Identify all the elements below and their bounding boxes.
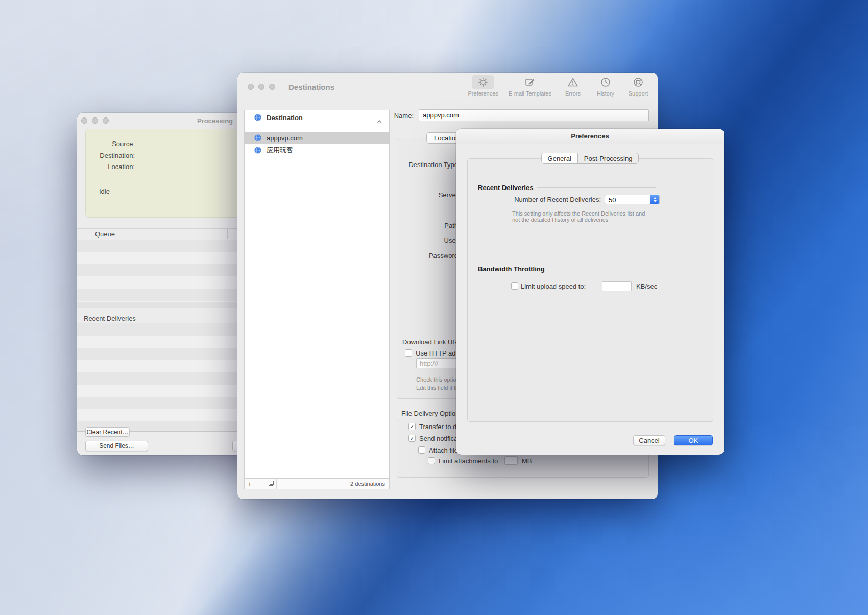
limit-upload-checkbox[interactable] (511, 282, 518, 290)
section-title: Recent Deliveries (478, 184, 533, 192)
grip-icon (79, 304, 85, 306)
recent-count-stepper[interactable]: 50 (605, 195, 660, 204)
mb-label: MB (522, 457, 532, 465)
template-pencil-icon (519, 75, 541, 89)
ok-label: OK (689, 437, 698, 444)
kbsec-label: KB/sec (636, 282, 657, 290)
list-item-label: apppvp.com (267, 134, 303, 142)
source-label: Source: (86, 140, 135, 148)
preferences-tabs: General Post-Processing (541, 153, 639, 164)
cancel-label: Cancel (639, 437, 659, 444)
stepper-value: 50 (609, 196, 616, 204)
destinations-sidebar: Destination apppvp.com (244, 110, 390, 489)
tab-general[interactable]: General (542, 153, 577, 163)
minus-icon: − (258, 480, 262, 488)
recent-help-line1: This setting only affects the Recent Del… (512, 210, 645, 217)
send-files-label: Send Files… (99, 442, 134, 450)
plus-icon: + (248, 480, 252, 488)
toolbar-label: Support (629, 90, 648, 97)
destination-label: Destination: (86, 152, 135, 159)
globe-icon (254, 147, 261, 154)
list-item-appwanke[interactable]: 应用玩客 (245, 144, 389, 156)
lifebuoy-icon (627, 75, 649, 89)
dialog-title: Preferences (571, 132, 609, 140)
ok-button[interactable]: OK (674, 435, 713, 445)
limit-upload-label: Limit upload speed to: (521, 282, 586, 290)
upload-speed-input[interactable] (602, 281, 632, 291)
use-http-checkbox[interactable] (405, 349, 412, 357)
server-label: Server (387, 191, 458, 199)
gear-icon (472, 75, 494, 89)
globe-icon (254, 134, 261, 141)
tab-general-label: General (548, 155, 571, 162)
attach-file-checkbox[interactable] (418, 446, 425, 454)
zoom-button[interactable] (103, 117, 109, 124)
window-title: Destinations (288, 83, 334, 91)
tab-post-processing-label: Post-Processing (584, 155, 633, 162)
limit-attachments-input[interactable] (504, 456, 518, 465)
toolbar-support[interactable]: Support (627, 75, 649, 97)
send-files-button[interactable]: Send Files… (85, 441, 148, 451)
desktop: Processing Source: Destination: Location… (0, 0, 868, 615)
duplicate-icon (268, 480, 274, 488)
sidebar-header-label: Destination (267, 114, 303, 122)
clear-recent-button[interactable]: Clear Recent… (85, 427, 130, 437)
bandwidth-section: Bandwidth Throttling (478, 265, 656, 273)
destinations-titlebar[interactable]: Destinations Preferences (237, 73, 658, 102)
location-label: Location: (86, 163, 135, 171)
toolbar-label: Errors (565, 90, 581, 97)
remove-destination-button[interactable]: − (255, 479, 266, 489)
toolbar-email-templates[interactable]: E-mail Templates (509, 75, 551, 97)
duplicate-destination-button[interactable] (266, 479, 277, 489)
recent-deliveries-label: Recent Deliveries (84, 315, 136, 322)
list-item-apppvp[interactable]: apppvp.com (245, 132, 389, 144)
cancel-button[interactable]: Cancel (633, 435, 665, 445)
queue-header-label: Queue (95, 230, 115, 238)
close-button[interactable] (248, 84, 254, 90)
path-label: Path (387, 222, 458, 229)
limit-attachments-label: Limit attachments to (439, 457, 498, 465)
destination-type-label: Destination Type (387, 161, 458, 169)
zoom-button[interactable] (269, 84, 275, 90)
attach-file-label: Attach file (429, 446, 458, 454)
check-icon: ✓ (409, 424, 414, 430)
add-destination-button[interactable]: + (245, 479, 255, 489)
transfer-checkbox[interactable]: ✓ (408, 423, 416, 430)
clear-recent-label: Clear Recent… (86, 429, 128, 436)
preferences-dialog: Preferences General Post-Processing Rece… (456, 129, 724, 455)
warning-icon (562, 75, 584, 89)
toolbar-preferences[interactable]: Preferences (468, 75, 498, 97)
minimize-button[interactable] (92, 117, 98, 124)
toolbar-label: E-mail Templates (509, 90, 551, 97)
recent-count-label: Number of Recent Deliveries: (487, 196, 601, 203)
file-delivery-title: File Delivery Options (401, 410, 463, 417)
tab-location-label: Location (434, 134, 459, 142)
user-label: User (387, 236, 458, 244)
limit-attachments-checkbox[interactable] (428, 457, 435, 464)
toolbar: Preferences E-mail Templates (468, 75, 649, 97)
minimize-button[interactable] (258, 84, 264, 90)
toolbar-label: History (597, 90, 614, 97)
list-item-label: 应用玩客 (267, 146, 293, 155)
preferences-titlebar[interactable]: Preferences (456, 129, 724, 144)
sidebar-header[interactable]: Destination (245, 110, 389, 125)
toolbar-history[interactable]: History (594, 75, 617, 97)
status-text: Idle (99, 187, 110, 195)
check-icon: ✓ (409, 436, 414, 441)
tab-post-processing[interactable]: Post-Processing (577, 153, 639, 163)
toolbar-errors[interactable]: Errors (562, 75, 584, 97)
column-divider[interactable] (227, 229, 228, 239)
name-label: Name: (373, 112, 414, 120)
name-input[interactable]: apppvp.com (419, 109, 649, 121)
password-label: Password (387, 252, 458, 259)
sidebar-bottom-bar: + − 2 destinations (245, 478, 389, 489)
clock-icon (594, 75, 617, 89)
recent-help-line2: not the detailed History of all deliveri… (512, 217, 608, 223)
section-rule (537, 187, 656, 188)
stepper-arrows-icon[interactable] (650, 195, 659, 204)
notification-checkbox[interactable]: ✓ (408, 435, 416, 442)
section-title: Bandwidth Throttling (478, 265, 545, 273)
download-link-header: Download Link URL (402, 338, 461, 346)
destinations-count: 2 destinations (277, 479, 389, 489)
close-button[interactable] (81, 117, 87, 124)
